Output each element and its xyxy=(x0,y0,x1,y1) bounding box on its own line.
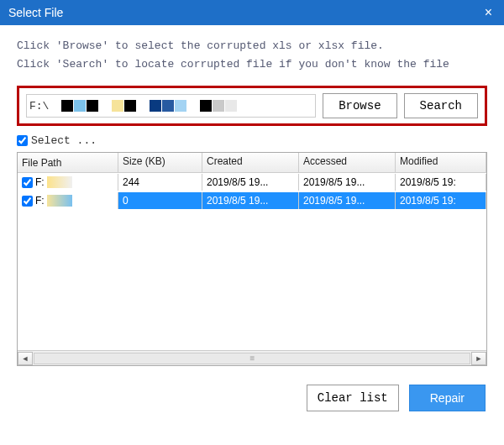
close-icon[interactable]: × xyxy=(480,6,497,19)
row-created: 2019/8/5 19... xyxy=(202,174,299,191)
row-size: 244 xyxy=(118,174,202,191)
col-created[interactable]: Created xyxy=(202,153,299,173)
window-title: Select File xyxy=(8,6,63,19)
select-all-label: Select ... xyxy=(31,134,97,147)
file-path-input[interactable]: F:\ xyxy=(26,94,316,118)
col-modified[interactable]: Modified xyxy=(396,153,486,173)
table-row[interactable]: F: 244 2019/8/5 19... 2019/8/5 19... 201… xyxy=(18,173,486,191)
instruction-line-2: Click 'Search' to locate corrupted file … xyxy=(17,55,487,74)
footer-buttons: Clear list Repair xyxy=(17,385,487,411)
scroll-track[interactable]: ≡ xyxy=(34,353,470,364)
col-accessed[interactable]: Accessed xyxy=(299,153,396,173)
row-accessed: 2019/8/5 19... xyxy=(299,192,396,209)
row-created: 2019/8/5 19... xyxy=(202,192,299,209)
select-all-row[interactable]: Select ... xyxy=(17,134,487,147)
table-header: File Path Size (KB) Created Accessed Mod… xyxy=(18,153,486,173)
table-rows: F: 244 2019/8/5 19... 2019/8/5 19... 201… xyxy=(18,173,486,350)
browse-search-highlight: F:\ xyxy=(17,86,487,126)
row-size: 0 xyxy=(118,192,202,209)
redacted-path xyxy=(49,99,237,113)
path-prefix: F:\ xyxy=(27,100,49,113)
repair-button[interactable]: Repair xyxy=(409,385,486,411)
row-path-prefix: F: xyxy=(35,195,45,207)
clear-list-button[interactable]: Clear list xyxy=(307,385,399,411)
row-modified: 2019/8/5 19: xyxy=(396,174,486,191)
row-modified: 2019/8/5 19: xyxy=(396,192,486,209)
col-size[interactable]: Size (KB) xyxy=(118,153,202,173)
row-path-prefix: F: xyxy=(35,176,45,188)
search-button[interactable]: Search xyxy=(404,93,478,118)
select-all-checkbox[interactable] xyxy=(17,135,28,146)
redacted-filename xyxy=(47,176,72,188)
files-table: File Path Size (KB) Created Accessed Mod… xyxy=(17,152,487,366)
row-accessed: 2019/8/5 19... xyxy=(299,174,396,191)
browse-button[interactable]: Browse xyxy=(323,93,396,118)
scroll-left-icon[interactable]: ◄ xyxy=(18,352,33,365)
table-row[interactable]: F: 0 2019/8/5 19... 2019/8/5 19... 2019/… xyxy=(18,191,486,210)
col-file-path[interactable]: File Path xyxy=(18,153,118,173)
instructions-text: Click 'Browse' to select the corrupted x… xyxy=(17,37,487,74)
select-file-dialog: Select File × Click 'Browse' to select t… xyxy=(0,0,504,445)
scroll-right-icon[interactable]: ► xyxy=(471,352,486,365)
row-checkbox[interactable] xyxy=(22,177,33,188)
redacted-filename xyxy=(47,195,72,207)
horizontal-scrollbar[interactable]: ◄ ≡ ► xyxy=(18,350,486,365)
title-bar: Select File × xyxy=(0,0,504,25)
row-checkbox[interactable] xyxy=(22,196,33,207)
instruction-line-1: Click 'Browse' to select the corrupted x… xyxy=(17,37,487,55)
